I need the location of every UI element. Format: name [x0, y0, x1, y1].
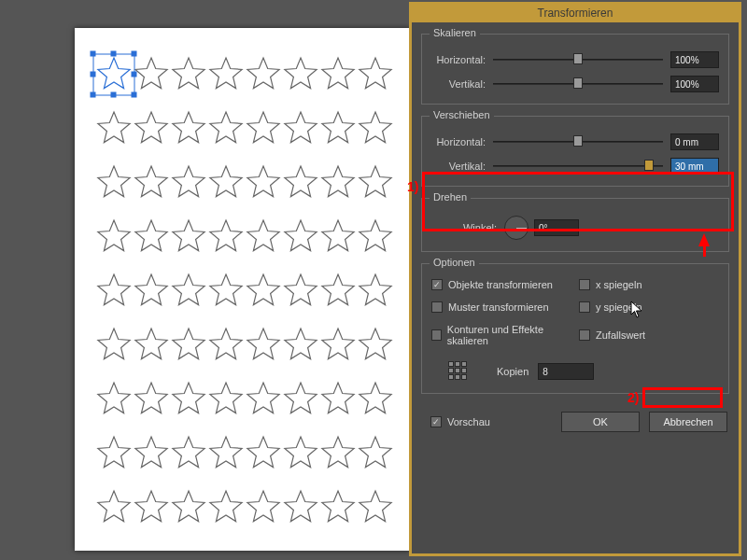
legend-options: Optionen — [430, 257, 479, 268]
move-h-label: Horizontal: — [431, 136, 486, 147]
checkbox-icon — [579, 329, 590, 341]
copies-input[interactable] — [538, 363, 594, 380]
reference-point-grid[interactable] — [448, 361, 469, 382]
move-v-input[interactable] — [670, 158, 719, 175]
section-options: Optionen ✓ Objekte transformieren x spie… — [421, 263, 729, 394]
section-rotate: Drehen Winkel: — [421, 198, 729, 252]
workspace: Transformieren Skalieren Horizontal: Ver… — [0, 0, 747, 560]
checkbox-icon — [431, 301, 443, 313]
opt-reflect-y[interactable]: y spiegeln — [579, 301, 719, 313]
opt-transform-objects[interactable]: ✓ Objekte transformieren — [431, 279, 571, 290]
move-h-input[interactable] — [670, 133, 719, 150]
scale-h-input[interactable] — [670, 51, 719, 68]
opt-reflect-x[interactable]: x spiegeln — [579, 279, 719, 290]
angle-dial[interactable] — [504, 216, 529, 240]
move-v-slider[interactable] — [493, 160, 663, 173]
legend-move: Verschieben — [430, 109, 494, 120]
scale-v-input[interactable] — [670, 76, 719, 92]
svg-rect-1 — [91, 51, 95, 56]
transform-dialog: Transformieren Skalieren Horizontal: Ver… — [409, 2, 741, 556]
rotate-angle-label: Winkel: — [456, 222, 497, 233]
scale-h-label: Horizontal: — [431, 54, 486, 65]
move-h-slider[interactable] — [493, 135, 663, 148]
svg-rect-5 — [132, 72, 136, 77]
checkbox-icon — [579, 301, 590, 313]
scale-v-slider[interactable] — [493, 77, 663, 91]
scale-v-label: Vertikal: — [431, 78, 486, 90]
svg-rect-0 — [93, 54, 134, 95]
cancel-button[interactable]: Abbrechen — [649, 412, 727, 432]
checkbox-icon: ✓ — [431, 279, 443, 290]
svg-rect-8 — [132, 92, 136, 97]
ok-button[interactable]: OK — [561, 412, 640, 432]
checkbox-icon: ✓ — [430, 416, 442, 427]
canvas-svg — [75, 28, 411, 551]
opt-scale-strokes[interactable]: Konturen und Effekte skalieren — [431, 324, 571, 346]
legend-scale: Skalieren — [430, 27, 480, 38]
preview-checkbox[interactable]: ✓ Vorschau — [430, 416, 490, 427]
section-move: Verschieben Horizontal: Vertikal: — [421, 116, 729, 187]
checkbox-icon — [579, 279, 590, 290]
svg-rect-3 — [132, 51, 136, 56]
svg-rect-4 — [91, 72, 95, 77]
canvas[interactable] — [75, 28, 411, 551]
opt-transform-patterns[interactable]: Muster transformieren — [431, 301, 571, 313]
section-scale: Skalieren Horizontal: Vertikal: — [421, 34, 729, 105]
rotate-angle-input[interactable] — [534, 219, 579, 236]
dialog-title: Transformieren — [412, 5, 739, 22]
move-v-label: Vertikal: — [431, 161, 486, 172]
svg-rect-7 — [111, 92, 116, 97]
scale-h-slider[interactable] — [493, 53, 663, 66]
legend-rotate: Drehen — [430, 191, 471, 203]
copies-label: Kopien — [497, 366, 529, 377]
svg-rect-6 — [91, 92, 95, 97]
checkbox-icon — [431, 329, 442, 341]
svg-rect-2 — [111, 51, 116, 56]
opt-random[interactable]: Zufallswert — [579, 324, 719, 346]
